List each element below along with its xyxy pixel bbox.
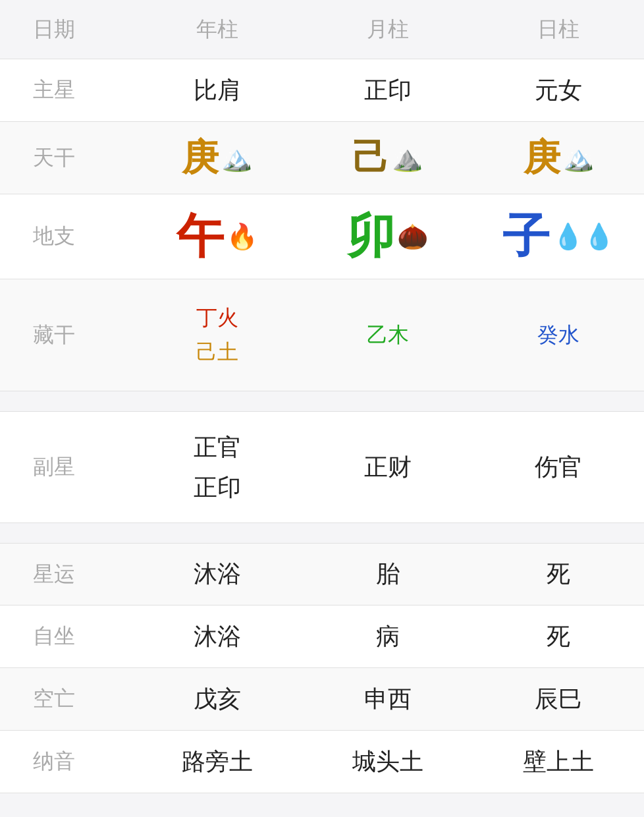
dizhi-yue-char: 卯 [347, 205, 394, 268]
header-label: 日期 [0, 5, 132, 55]
header-col2: 年柱 [196, 15, 238, 44]
canggan-ri-line1: 癸水 [537, 318, 579, 352]
dizhi-yue-cell: 卯 🌰 [302, 194, 473, 279]
header-col4: 日柱 [537, 15, 579, 44]
nayin-yue-cell: 城头土 [302, 735, 473, 789]
xingyun-label: 星运 [33, 560, 75, 589]
kongwang-yue-cell: 申西 [302, 673, 473, 726]
nayin-yue-text: 城头土 [352, 746, 423, 778]
fuxing-yue-cell: 正财 [302, 441, 473, 494]
kongwang-nian-text: 戊亥 [194, 683, 241, 716]
zizuo-label-cell: 自坐 [0, 611, 132, 662]
zizuo-ri-cell: 死 [473, 610, 644, 663]
kongwang-nian-cell: 戊亥 [132, 673, 302, 726]
dizhi-yue-content: 卯 🌰 [347, 205, 428, 268]
canggan-nian-line1: 丁火 [196, 301, 238, 335]
zizuo-nian-text: 沐浴 [194, 621, 241, 653]
tiangan-label: 天干 [33, 144, 75, 173]
canggan-yue-line1: 乙木 [367, 318, 409, 352]
dizhi-ri-content: 子 💧💧 [502, 205, 614, 268]
fuxing-nian-line1: 正官 [194, 427, 241, 467]
fuxing-yue-line1: 正财 [364, 451, 412, 484]
dizhi-row: 地支 午 🔥 卯 🌰 子 💧💧 [0, 194, 644, 279]
dizhi-ri-cell: 子 💧💧 [473, 194, 644, 279]
header-yue: 月柱 [302, 5, 473, 55]
fuxing-ri-line1: 伤官 [535, 451, 582, 484]
dizhi-label-cell: 地支 [0, 211, 132, 262]
nayin-nian-text: 路旁土 [182, 746, 253, 778]
tiangan-nian-cell: 庚 🏔️ [132, 123, 302, 194]
nayin-ri-cell: 壁上土 [473, 735, 644, 789]
tiangan-ri-char: 庚 [523, 133, 560, 183]
canggan-yue-cell: 乙木 [302, 308, 473, 362]
kongwang-ri-text: 辰巳 [535, 683, 582, 716]
zhuxing-yue-text: 正印 [364, 74, 412, 107]
xingyun-label-cell: 星运 [0, 549, 132, 600]
canggan-label-cell: 藏干 [0, 310, 132, 360]
tiangan-row: 天干 庚 🏔️ 己 ⛰️ 庚 🏔️ [0, 122, 644, 194]
dizhi-nian-char: 午 [176, 205, 224, 268]
zizuo-row: 自坐 沐浴 病 死 [0, 606, 644, 668]
kongwang-label: 空亡 [33, 685, 75, 714]
xingyun-ri-text: 死 [547, 558, 570, 590]
tiangan-nian-char: 庚 [182, 133, 219, 183]
zhuxing-nian: 比肩 [132, 64, 302, 117]
dizhi-ri-emoji: 💧💧 [552, 222, 614, 251]
tiangan-yue-content: 己 ⛰️ [352, 133, 423, 183]
header-col3: 月柱 [367, 15, 409, 44]
fuxing-row: 副星 正官 正印 正财 伤官 [0, 411, 644, 523]
canggan-ri-cell: 癸水 [473, 308, 644, 362]
zhuxing-label: 主星 [33, 76, 75, 105]
kongwang-yue-text: 申西 [364, 683, 412, 716]
header-col1: 日期 [33, 15, 75, 44]
tiangan-label-cell: 天干 [0, 133, 132, 183]
canggan-row: 藏干 丁火 己土 乙木 癸水 [0, 279, 644, 391]
tiangan-ri-content: 庚 🏔️ [523, 133, 594, 183]
fuxing-ri-cell: 伤官 [473, 441, 644, 494]
zhuxing-label-cell: 主星 [0, 65, 132, 115]
kongwang-ri-cell: 辰巳 [473, 673, 644, 726]
fuxing-nian-line2: 正印 [194, 467, 241, 507]
canggan-label: 藏干 [33, 321, 75, 350]
tiangan-yue-cell: 己 ⛰️ [302, 123, 473, 194]
dizhi-nian-content: 午 🔥 [176, 205, 257, 268]
zhuxing-ri: 元女 [473, 64, 644, 117]
header-ri: 日柱 [473, 5, 644, 55]
xingyun-nian-text: 沐浴 [194, 558, 241, 590]
zizuo-nian-cell: 沐浴 [132, 610, 302, 663]
xingyun-yue-text: 胎 [376, 558, 400, 590]
dizhi-nian-emoji: 🔥 [227, 222, 257, 251]
xingyun-ri-cell: 死 [473, 548, 644, 601]
header-nian: 年柱 [132, 5, 302, 55]
kongwang-label-cell: 空亡 [0, 674, 132, 724]
zizuo-ri-text: 死 [547, 621, 570, 653]
zhuxing-yue: 正印 [302, 64, 473, 117]
kongwang-row: 空亡 戊亥 申西 辰巳 [0, 668, 644, 731]
nayin-label: 纳音 [33, 747, 75, 776]
tiangan-ri-emoji: 🏔️ [563, 144, 594, 173]
bazi-table: 日期 年柱 月柱 日柱 主星 比肩 正印 元女 天干 [0, 0, 644, 793]
xingyun-row: 星运 沐浴 胎 死 [0, 543, 644, 606]
spacer-2 [0, 523, 644, 543]
fuxing-label: 副星 [33, 453, 75, 482]
dizhi-label: 地支 [33, 222, 75, 251]
nayin-nian-cell: 路旁土 [132, 735, 302, 789]
dizhi-yue-emoji: 🌰 [397, 222, 428, 251]
canggan-nian-cell: 丁火 己土 [132, 291, 302, 379]
fuxing-nian-cell: 正官 正印 [132, 416, 302, 518]
tiangan-ri-cell: 庚 🏔️ [473, 123, 644, 194]
zizuo-yue-cell: 病 [302, 610, 473, 663]
nayin-ri-text: 壁上土 [523, 746, 594, 778]
xingyun-yue-cell: 胎 [302, 548, 473, 601]
spacer-1 [0, 391, 644, 411]
tiangan-yue-char: 己 [352, 133, 389, 183]
tiangan-nian-content: 庚 🏔️ [182, 133, 252, 183]
fuxing-label-cell: 副星 [0, 442, 132, 492]
zizuo-label: 自坐 [33, 622, 75, 651]
header-row: 日期 年柱 月柱 日柱 [0, 0, 644, 59]
zhuxing-nian-text: 比肩 [194, 74, 241, 107]
zhuxing-row: 主星 比肩 正印 元女 [0, 59, 644, 122]
xingyun-nian-cell: 沐浴 [132, 548, 302, 601]
dizhi-nian-cell: 午 🔥 [132, 194, 302, 279]
zizuo-yue-text: 病 [376, 621, 400, 653]
